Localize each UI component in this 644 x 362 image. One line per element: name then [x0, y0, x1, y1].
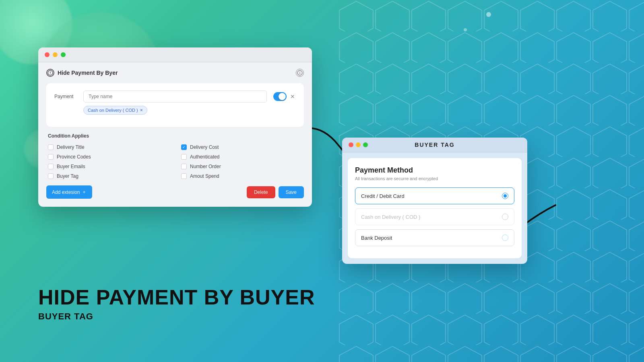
sub-title: BUYER TAG — [38, 311, 315, 322]
payment-toggle[interactable] — [273, 92, 287, 101]
admin-titlebar — [38, 47, 312, 62]
condition-delivery-title: Delivery Title — [48, 144, 169, 150]
checkbox-province-codes[interactable] — [48, 154, 54, 160]
payment-form-section: Payment ✕ Cash on Delivery ( COD ) × — [46, 83, 304, 127]
window-close-btn[interactable] — [45, 52, 50, 57]
action-buttons: Delete Save — [247, 186, 304, 198]
buyer-title-text: BUYER TAG — [415, 142, 454, 148]
radio-cod[interactable] — [502, 214, 508, 220]
payment-method-title: Payment Method — [355, 166, 514, 175]
admin-title-area: Hide Payment By Byer — [46, 69, 118, 77]
condition-buyer-tag: Buyer Tag — [48, 173, 169, 179]
payment-option-cod[interactable]: Cash on Delivery ( COD ) — [355, 208, 514, 225]
payment-row: Payment ✕ Cash on Delivery ( COD ) × — [54, 90, 296, 115]
checkbox-authenticated[interactable] — [181, 154, 187, 160]
buyer-close-btn[interactable] — [349, 142, 353, 147]
main-title: HIDE PAYMENT BY BUYER — [38, 286, 315, 309]
title-icon — [46, 69, 54, 77]
checkbox-buyer-emails[interactable] — [48, 164, 54, 169]
checkbox-amount-spend[interactable] — [181, 173, 187, 179]
tag-remove-btn[interactable]: × — [140, 107, 143, 113]
buyer-minimize-btn[interactable] — [356, 142, 361, 147]
buyer-content: Payment Method All transactions are secu… — [348, 158, 522, 258]
condition-section: Condition Applies Delivery Title Deliver… — [46, 133, 304, 179]
footer-buttons: Add extesion ＋ Delete Save — [46, 185, 304, 199]
checkbox-delivery-title[interactable] — [48, 144, 54, 150]
condition-delivery-cost: Delivery Cost — [181, 144, 302, 150]
payment-option-credit-card[interactable]: Credit / Debit Card — [355, 187, 514, 204]
radio-credit-card[interactable] — [502, 193, 508, 199]
buyer-maximize-btn[interactable] — [363, 142, 368, 147]
save-button[interactable]: Save — [279, 186, 304, 198]
payment-option-bank[interactable]: Bank Deposit — [355, 229, 514, 246]
payment-label: Payment — [54, 90, 78, 99]
buyer-titlebar: BUYER TAG — [342, 138, 527, 152]
checkbox-buyer-tag[interactable] — [48, 173, 54, 179]
delete-button[interactable]: Delete — [247, 186, 275, 198]
condition-buyer-emails: Buyer Emails — [48, 164, 169, 169]
info-icon[interactable] — [296, 69, 304, 77]
condition-amount-spend: Amout Spend — [181, 173, 302, 179]
buyer-window: BUYER TAG Payment Method All transaction… — [342, 138, 527, 264]
condition-number-order: Number Order — [181, 164, 302, 169]
admin-content: Hide Payment By Byer Payment ✕ Cash on D… — [38, 62, 312, 207]
admin-title-text: Hide Payment By Byer — [58, 70, 118, 76]
close-button[interactable]: ✕ — [290, 93, 296, 100]
window-maximize-btn[interactable] — [61, 52, 66, 57]
bubble-1 — [486, 12, 491, 17]
checkbox-delivery-cost[interactable] — [181, 144, 187, 150]
bubble-2 — [464, 28, 467, 31]
payment-text-input[interactable] — [83, 90, 267, 103]
svg-point-6 — [50, 74, 51, 74]
bottom-text-area: HIDE PAYMENT BY BUYER BUYER TAG — [38, 286, 315, 322]
buyer-window-buttons — [349, 142, 368, 147]
tag-text: Cash on Delivery ( COD ) — [88, 108, 138, 113]
payment-subtitle: All transactions are securre and encrypt… — [355, 176, 514, 181]
condition-title: Condition Applies — [48, 133, 302, 139]
condition-province-codes: Province Codes — [48, 154, 169, 160]
admin-header: Hide Payment By Byer — [46, 69, 304, 77]
add-extension-button[interactable]: Add extesion ＋ — [46, 185, 92, 199]
payment-input-area: ✕ Cash on Delivery ( COD ) × — [83, 90, 296, 115]
window-minimize-btn[interactable] — [53, 52, 58, 57]
condition-authenticated: Authenticated — [181, 154, 302, 160]
checkbox-number-order[interactable] — [181, 164, 187, 169]
payment-tag-badge: Cash on Delivery ( COD ) × — [83, 106, 147, 115]
admin-window: Hide Payment By Byer Payment ✕ Cash on D… — [38, 47, 312, 207]
svg-point-9 — [299, 71, 300, 72]
radio-bank[interactable] — [502, 234, 508, 241]
condition-grid: Delivery Title Delivery Cost Province Co… — [48, 144, 302, 179]
